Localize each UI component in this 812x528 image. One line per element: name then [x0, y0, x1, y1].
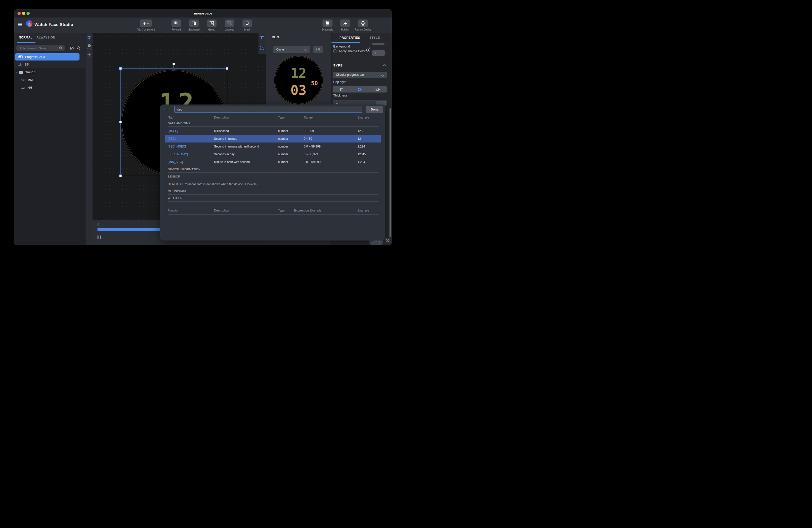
device-selected-value: Circle: [276, 48, 284, 51]
expander-triangle-icon[interactable]: ▾: [16, 71, 17, 73]
layer-item-ss[interactable]: 12: SS: [14, 60, 85, 68]
pause-button[interactable]: [98, 235, 101, 239]
section-sensor[interactable]: SENSOR: [168, 175, 180, 178]
selection-handle-bottom-left[interactable]: [119, 175, 122, 177]
tag-row-sec-in-day[interactable]: [SEC_IN_DAY] Seconds in day number 0 ~ 8…: [165, 150, 381, 158]
layer-item-label: ProgressBar 3: [25, 55, 45, 59]
paint-bucket-icon[interactable]: [76, 46, 81, 50]
mask-label: Mask: [244, 28, 250, 31]
customization-sliders-icon[interactable]: [260, 35, 264, 39]
section-health[interactable]: HEALTH (※Personal data is not shown when…: [168, 182, 258, 186]
tag-name: [SEC_IN_DAY]: [168, 152, 188, 156]
layer-item-group1[interactable]: ▾ Group 1: [14, 68, 85, 76]
search-icon[interactable]: [59, 46, 62, 50]
selection-handle-mid-left[interactable]: [119, 121, 122, 123]
apply-theme-color-radio[interactable]: [333, 49, 337, 53]
run-on-device-button[interactable]: Run on Device: [351, 19, 375, 31]
chip-icon: [322, 19, 333, 27]
section-divider: [168, 187, 378, 187]
forward-label: Forward: [172, 28, 181, 31]
cap-round-button[interactable]: [351, 86, 369, 92]
tab-properties[interactable]: PROPERTIES: [339, 36, 360, 40]
layer-group-region: ▾ Group 1 12: MM 12: HH: [14, 68, 85, 245]
open-preview-button[interactable]: [313, 46, 323, 53]
ungroup-label: Ungroup: [225, 28, 234, 31]
section-device-information[interactable]: DEVICE INFORMATION: [168, 168, 201, 171]
selection-handle-top-right[interactable]: [226, 67, 228, 70]
tag-row-min-sec[interactable]: [MIN_SEC] Minute in hour with second num…: [165, 158, 381, 166]
group-icon: [207, 19, 217, 27]
tag-row-msec[interactable]: [MSEC] Millisecond number 0 ~ 999 123: [165, 127, 381, 135]
tag-description: Second in minute: [214, 137, 237, 141]
progress-type-value: Circular progress bar: [336, 73, 364, 76]
tag-description: Minute in hour with second: [214, 160, 250, 164]
watch-play-icon: [358, 19, 368, 27]
section-moonphase[interactable]: MOONPHASE: [168, 190, 187, 192]
theme-color-bucket-icon[interactable]: 3: [366, 48, 370, 53]
add-component-button[interactable]: Add Component: [134, 19, 158, 31]
run-panel-divider: [266, 43, 332, 43]
tab-normal[interactable]: NORMAL: [19, 36, 32, 39]
section-weather[interactable]: WEATHER: [168, 196, 183, 200]
done-button[interactable]: Done: [366, 106, 383, 113]
tag-range: 0.0 ~ 59.999: [304, 160, 320, 164]
preview-play-icon[interactable]: [260, 46, 264, 50]
layer-item-hh[interactable]: 12: HH: [14, 84, 85, 91]
layer-item-mm[interactable]: 12: MM: [14, 76, 85, 84]
footer-column-type: Type: [278, 209, 285, 212]
layer-item-progressbar[interactable]: ProgressBar 3: [15, 53, 79, 60]
tag-description: Second in minute with millisecond: [214, 145, 259, 148]
add-keyframe-icon[interactable]: [87, 53, 91, 57]
timeline-progress-bar[interactable]: [98, 228, 162, 231]
cap-flat-button[interactable]: [333, 86, 351, 92]
theme-color-count-badge: 3: [369, 46, 370, 49]
fit-to-screen-button[interactable]: [385, 238, 391, 244]
tag-type: number: [278, 137, 288, 141]
collapse-type-chevron-icon[interactable]: [383, 64, 386, 68]
search-input[interactable]: [19, 45, 58, 52]
layers-icon[interactable]: [87, 35, 91, 40]
mask-icon: [243, 19, 252, 27]
column-header-example: Example: [358, 116, 369, 119]
tag-range: 0 ~ 59: [304, 137, 312, 141]
plus-icon: [140, 19, 152, 27]
rotation-handle[interactable]: [173, 63, 175, 65]
tag-row-sec-selected[interactable]: [SEC] Second in minute number 0 ~ 59 12: [165, 135, 381, 143]
device-select-dropdown[interactable]: Circle: [273, 46, 310, 53]
mask-button[interactable]: Mask: [235, 19, 259, 31]
progress-type-dropdown[interactable]: Circular progress bar: [333, 72, 387, 78]
thickness-label: Thickness: [333, 94, 347, 97]
chevron-down-icon: [304, 47, 307, 51]
tag-range: 0.0 ~ 59.999: [304, 145, 320, 148]
tag-example: 1.234: [358, 160, 365, 164]
digital-clock-layer-icon: 12:: [18, 63, 22, 66]
section-date-and-time: DATE AND TIME: [168, 122, 190, 125]
tag-expression-dialog: 0 + Done [Tag] Description Type Range Ex…: [160, 104, 385, 240]
footer-divider: [168, 214, 378, 215]
properties-scrollbar-thumb[interactable]: [390, 108, 391, 237]
app-logo-icon: ✓: [26, 20, 32, 27]
selection-handle-top-left[interactable]: [119, 67, 122, 70]
tab-style[interactable]: STYLE: [369, 36, 380, 40]
tag-example: 12: [358, 137, 361, 141]
window-title: monospace: [14, 9, 392, 17]
run-on-device-label: Run on Device: [355, 28, 371, 31]
expression-input[interactable]: [174, 106, 362, 113]
tag-name: [SEC]: [168, 137, 175, 141]
cap-square-button[interactable]: [369, 86, 387, 92]
send-backward-icon: [189, 19, 199, 27]
cap-style-label: Cap style: [333, 80, 346, 84]
column-header-description: Description: [214, 116, 229, 119]
tag-row-sec-msec[interactable]: [SEC_MSEC] Second in minute with millise…: [165, 143, 381, 150]
expand-arrows-icon: [386, 239, 389, 243]
tag-type: number: [278, 160, 288, 164]
tab-always-on[interactable]: ALWAYS-ON: [37, 36, 55, 39]
hide-layer-icon[interactable]: [70, 46, 74, 50]
menu-icon[interactable]: [18, 22, 22, 27]
tag-name: [SEC_MSEC]: [168, 145, 186, 148]
theme-color-value[interactable]: 1: [372, 50, 385, 56]
timeline-clock-icon[interactable]: [87, 44, 91, 48]
type-section-label: TYPE: [334, 64, 343, 67]
preview-second: 50: [311, 80, 318, 87]
digital-clock-layer-icon: 12:: [21, 86, 25, 89]
